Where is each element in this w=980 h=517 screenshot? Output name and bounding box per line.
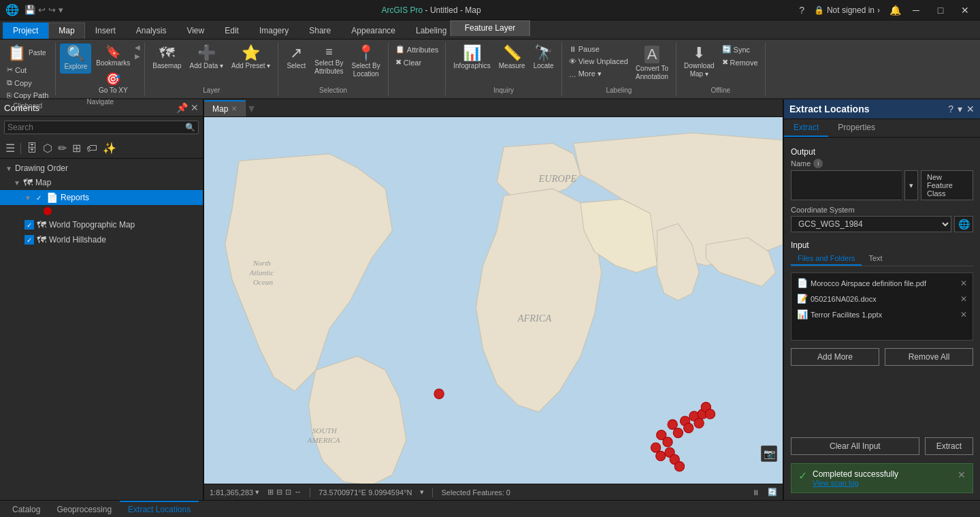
file-remove-1[interactable]: ✕ xyxy=(960,279,967,288)
select-by-location-button[interactable]: 📍 Select ByLocation xyxy=(348,44,384,80)
success-close-icon[interactable]: ✕ xyxy=(958,469,966,480)
name-dropdown-button[interactable]: ▾ xyxy=(904,170,918,200)
contents-pin-button[interactable]: 📌 xyxy=(176,102,188,113)
tab-analysis[interactable]: Analysis xyxy=(126,22,177,39)
search-input[interactable] xyxy=(7,123,185,132)
proj-icon1[interactable]: ⊞ xyxy=(267,488,274,497)
select-by-attributes-button[interactable]: ≡ Select ByAttributes xyxy=(311,44,346,78)
attributes-button[interactable]: 📋 Attributes xyxy=(393,44,441,55)
basemap-button[interactable]: 🗺 Basemap xyxy=(149,44,184,72)
clear-button[interactable]: ✖ Clear xyxy=(393,57,441,68)
tab-share[interactable]: Share xyxy=(299,22,341,39)
coords-dropdown[interactable]: ▾ xyxy=(420,488,424,497)
add-preset-button[interactable]: ⭐ Add Preset ▾ xyxy=(228,44,274,72)
copy-button[interactable]: ⧉ Copy xyxy=(4,77,51,89)
help-btn[interactable]: ? xyxy=(799,5,804,16)
pause-button[interactable]: ⏸ Pause xyxy=(566,44,631,54)
name-input[interactable] xyxy=(791,170,902,200)
layer-reports[interactable]: ▼ ✓ 📄 Reports xyxy=(0,190,203,205)
paste-button[interactable]: 📋 Paste xyxy=(4,44,51,63)
view-unplaced-button[interactable]: 👁 View Unplaced xyxy=(566,56,631,67)
add-data-button[interactable]: ➕ Add Data ▾ xyxy=(186,44,227,72)
infographics-button[interactable]: 📊 Infographics xyxy=(450,44,493,72)
clear-all-input-button[interactable]: Clear All Input xyxy=(791,437,919,455)
nav-forward-icon[interactable]: ▶ xyxy=(135,52,140,60)
pencil-icon[interactable]: ✏ xyxy=(56,140,68,156)
tab-files-folders[interactable]: Files and Folders xyxy=(791,252,862,266)
database-icon[interactable]: 🗄 xyxy=(25,141,39,156)
go-to-xy-button[interactable]: 🎯 Go To XY xyxy=(93,71,133,97)
copy-path-button[interactable]: ⎘ Copy Path xyxy=(4,90,51,101)
reports-expand-icon[interactable]: ▼ xyxy=(24,194,31,202)
tab-insert[interactable]: Insert xyxy=(85,22,126,39)
measure-button[interactable]: 📏 Measure xyxy=(495,44,529,72)
world-hillshade-checkbox[interactable]: ✓ xyxy=(24,235,34,245)
tag-icon[interactable]: 🏷 xyxy=(85,141,99,156)
layer-map[interactable]: ▼ 🗺 Map xyxy=(0,175,203,190)
map-tab-close-icon[interactable]: ✕ xyxy=(231,105,237,112)
extract-button[interactable]: Extract xyxy=(925,437,973,455)
add-more-button[interactable]: Add More xyxy=(791,348,879,366)
list-icon[interactable]: ☰ xyxy=(4,140,16,156)
panel-close-button[interactable]: ✕ xyxy=(966,104,975,114)
polygon-icon[interactable]: ⬡ xyxy=(42,140,54,156)
bottom-tab-geoprocessing[interactable]: Geoprocessing xyxy=(48,501,120,517)
quick-undo-icon[interactable]: ↩ xyxy=(38,5,46,15)
panel-help-button[interactable]: ? xyxy=(948,104,953,114)
view-scan-log-link[interactable]: View scan log xyxy=(813,479,952,487)
contents-close-button[interactable]: ✕ xyxy=(191,102,199,113)
user-area[interactable]: 🔒 Not signed in › xyxy=(810,4,884,16)
remove-all-button[interactable]: Remove All xyxy=(885,348,973,366)
coord-sys-select[interactable]: GCS_WGS_1984 xyxy=(791,216,951,232)
minimize-button[interactable]: ─ xyxy=(906,3,926,18)
globe-button[interactable]: 🌐 xyxy=(954,216,973,232)
convert-annotation-button[interactable]: A Convert ToAnnotation xyxy=(632,44,672,83)
tab-properties[interactable]: Properties xyxy=(828,119,885,137)
tab-view[interactable]: View xyxy=(176,22,214,39)
quick-options-icon[interactable]: ▾ xyxy=(59,5,63,15)
proj-icon2[interactable]: ⊟ xyxy=(276,488,282,497)
layer-world-topo[interactable]: ✓ 🗺 World Topographic Map xyxy=(0,217,203,232)
proj-icon3[interactable]: ⊡ xyxy=(285,488,291,497)
bottom-tab-catalog[interactable]: Catalog xyxy=(4,501,48,517)
pause-icon2[interactable]: ⏸ xyxy=(752,488,760,497)
tab-appearance[interactable]: Appearance xyxy=(341,22,406,39)
tab-text[interactable]: Text xyxy=(862,252,889,266)
quick-redo-icon[interactable]: ↪ xyxy=(48,5,56,15)
feature-layer-tab[interactable]: Feature Layer xyxy=(451,20,530,36)
maximize-button[interactable]: □ xyxy=(931,3,950,18)
tab-extract[interactable]: Extract xyxy=(784,119,828,137)
proj-icon4[interactable]: ↔ xyxy=(294,488,301,497)
select-button[interactable]: ↗ Select xyxy=(282,44,310,72)
locate-button[interactable]: 🔭 Locate xyxy=(530,44,557,72)
map-tab[interactable]: Map ✕ xyxy=(204,100,246,116)
wand-icon[interactable]: ✨ xyxy=(101,140,118,156)
tab-project[interactable]: Project xyxy=(3,22,48,39)
sync-button[interactable]: 🔄 Sync xyxy=(719,44,761,55)
cut-button[interactable]: ✂ Cut xyxy=(4,64,51,76)
map-container[interactable]: EUROPE AFRICA North Atlantic Ocean SOUTH… xyxy=(204,117,783,484)
reports-checkbox[interactable]: ✓ xyxy=(34,193,44,202)
layer-world-hillshade[interactable]: ✓ 🗺 World Hillshade xyxy=(0,232,203,247)
screenshot-button[interactable]: 📷 xyxy=(761,445,777,462)
download-map-button[interactable]: ⬇ DownloadMap ▾ xyxy=(681,44,717,80)
bottom-tab-extract-locations[interactable]: Extract Locations xyxy=(120,501,199,517)
scale-dropdown[interactable]: ▾ xyxy=(255,488,259,497)
world-topo-checkbox[interactable]: ✓ xyxy=(24,220,34,230)
tab-expand-icon[interactable]: ▾ xyxy=(248,101,255,116)
remove-button[interactable]: ✖ Remove xyxy=(719,57,761,68)
panel-minimize-button[interactable]: ▾ xyxy=(958,104,962,114)
refresh-icon[interactable]: 🔄 xyxy=(768,488,777,497)
explore-button[interactable]: 🔍 Explore xyxy=(60,44,91,74)
file-remove-3[interactable]: ✕ xyxy=(960,310,967,319)
tab-edit[interactable]: Edit xyxy=(214,22,249,39)
file-remove-2[interactable]: ✕ xyxy=(960,294,967,304)
bell-icon[interactable]: 🔔 xyxy=(889,5,901,16)
map-expand-icon[interactable]: ▼ xyxy=(14,179,20,187)
close-button[interactable]: ✕ xyxy=(956,3,975,18)
bookmarks-button[interactable]: 🔖 Bookmarks xyxy=(93,44,133,69)
tab-labeling[interactable]: Labeling xyxy=(406,22,457,39)
tab-imagery[interactable]: Imagery xyxy=(249,22,299,39)
grid-icon[interactable]: ⊞ xyxy=(71,140,82,156)
tab-map[interactable]: Map xyxy=(48,22,84,39)
